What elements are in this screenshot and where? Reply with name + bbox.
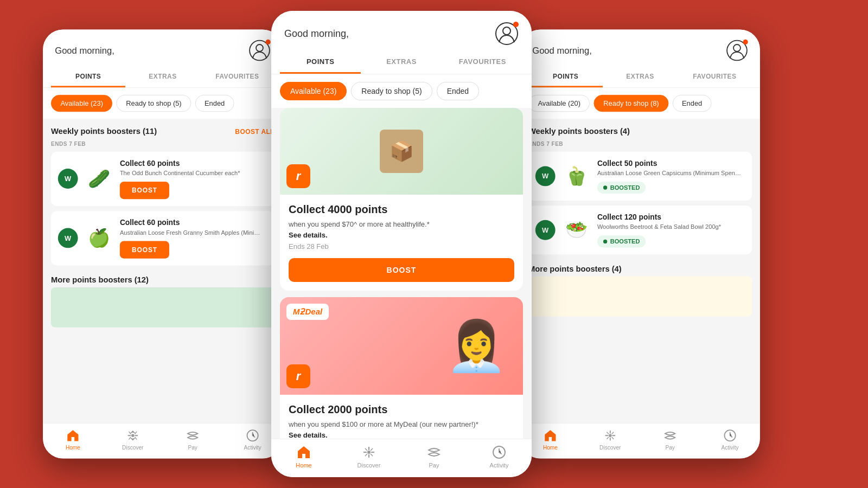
pill-ready-center[interactable]: Ready to shop (5) — [351, 82, 432, 100]
card-title-cucumber: Collect 60 points — [120, 159, 267, 168]
boost-btn-healthylife[interactable]: BOOST — [289, 258, 514, 282]
svg-point-1 — [256, 44, 263, 52]
booster-card-apples: W 🍏 Collect 60 points Australian Loose F… — [51, 211, 275, 265]
svg-text:W: W — [65, 175, 72, 183]
healthylife-card: 📦 r Collect 4000 points when you spend $… — [280, 108, 523, 291]
card-title-salad: Collect 120 points — [597, 213, 745, 221]
card-desc-salad: Woolworths Beetroot & Feta Salad Bowl 20… — [597, 223, 745, 231]
pill-ready-right[interactable]: Ready to shop (8) — [594, 95, 668, 112]
ends-label-left: ENDS 7 FEB — [51, 140, 275, 152]
nav-activity-label-right: Activity — [722, 445, 739, 451]
mydeal-person-emoji: 👩‍💼 — [446, 322, 507, 370]
svg-point-10 — [367, 451, 371, 454]
nav-home-left[interactable]: Home — [43, 428, 103, 450]
activity-icon-left — [246, 428, 260, 442]
capsicum-img: 🫑 — [561, 159, 591, 194]
woolworths-logo-3: W — [535, 166, 556, 186]
discover-icon-right — [603, 428, 617, 442]
nav-discover-right[interactable]: Discover — [580, 428, 640, 450]
nav-pay-center[interactable]: Pay — [401, 445, 467, 468]
pill-ready-left[interactable]: Ready to shop (5) — [117, 95, 191, 112]
tab-extras-left[interactable]: EXTRAS — [125, 66, 200, 87]
weekly-title-left: Weekly points boosters (11) — [51, 127, 157, 136]
tab-points-left[interactable]: POINTS — [51, 66, 125, 87]
greeting-left: Good morning, — [55, 45, 114, 55]
content-center: 📦 r Collect 4000 points when you spend $… — [271, 108, 532, 439]
tab-favourites-center[interactable]: FAVOURITES — [442, 51, 523, 74]
notification-dot-left — [266, 40, 271, 44]
mydeal-card: MƻDeal 👩‍💼 r Collect 2000 points when yo… — [280, 297, 523, 439]
nav-discover-left[interactable]: Discover — [103, 428, 163, 450]
booster-card-salad: W 🥗 Collect 120 points Woolworths Beetro… — [528, 206, 752, 254]
svg-point-6 — [131, 434, 135, 438]
notification-dot-center — [513, 22, 519, 27]
pill-ended-left[interactable]: Ended — [195, 95, 234, 112]
pill-ended-right[interactable]: Ended — [672, 95, 711, 112]
booster-card-capsicum: W 🫑 Collect 50 points Australian Loose G… — [528, 152, 752, 201]
nav-pay-label-center: Pay — [429, 462, 439, 468]
card-title-capsicum: Collect 50 points — [597, 159, 745, 168]
phone-center: Good morning, POINTS EXTRAS FAVOURITES — [271, 11, 532, 477]
avatar-right[interactable] — [726, 40, 748, 61]
avatar-left[interactable] — [248, 40, 270, 61]
tab-points-right[interactable]: POINTS — [528, 66, 603, 87]
tab-favourites-right[interactable]: FAVOURITES — [678, 66, 752, 87]
tab-extras-center[interactable]: EXTRAS — [361, 51, 442, 74]
boost-btn-cucumber[interactable]: BOOST — [120, 182, 169, 199]
pill-available-right[interactable]: Available (20) — [528, 95, 590, 112]
nav-pay-left[interactable]: Pay — [163, 428, 222, 450]
r-logo-mydeal: r — [286, 364, 310, 388]
svg-point-18 — [609, 434, 612, 438]
greeting-center: Good morning, — [284, 28, 349, 40]
nav-home-center[interactable]: Home — [271, 445, 336, 468]
nav-home-label-right: Home — [543, 445, 558, 451]
boosted-dot-capsicum — [603, 185, 607, 189]
activity-icon-center — [492, 445, 507, 460]
pill-available-center[interactable]: Available (23) — [280, 82, 347, 100]
card-body-cucumber: Collect 60 points The Odd Bunch Continen… — [120, 159, 267, 199]
pill-available-left[interactable]: Available (23) — [51, 95, 112, 112]
tab-points-center[interactable]: POINTS — [280, 51, 361, 74]
tabs-left: POINTS EXTRAS FAVOURITES — [43, 66, 283, 88]
section-header-weekly-left: Weekly points boosters (11) BOOST ALL — [51, 119, 275, 140]
boost-all-left[interactable]: BOOST ALL — [235, 127, 275, 135]
nav-activity-center[interactable]: Activity — [467, 445, 532, 468]
svg-point-13 — [733, 44, 741, 52]
card-body-salad: Collect 120 points Woolworths Beetroot &… — [597, 213, 745, 247]
phone-left: Good morning, POINTS EXTRAS FAVOURITES — [43, 29, 283, 458]
nav-discover-label-left: Discover — [122, 445, 143, 451]
nav-pay-right[interactable]: Pay — [640, 428, 700, 450]
mydeal-img: MƻDeal 👩‍💼 r — [280, 297, 523, 395]
weekly-title-right: Weekly points boosters (4) — [528, 127, 630, 136]
avatar-center[interactable] — [495, 22, 519, 46]
pay-icon-right — [663, 428, 677, 442]
more-boosters-header-left: More points boosters (12) — [51, 270, 275, 287]
mydeal-logo: MƻDeal — [286, 304, 329, 320]
section-header-weekly-right: Weekly points boosters (4) — [528, 119, 752, 140]
nav-activity-right[interactable]: Activity — [700, 428, 760, 450]
svg-text:W: W — [542, 226, 549, 234]
more-booster-preview-left — [51, 287, 275, 328]
tab-favourites-left[interactable]: FAVOURITES — [200, 66, 275, 87]
nav-pay-label-left: Pay — [188, 445, 197, 451]
bottom-nav-center: Home Discover Pay — [271, 439, 532, 477]
more-boosters-header-right: More points boosters (4) — [528, 260, 752, 277]
greeting-right: Good morning, — [532, 45, 592, 55]
notification-dot-right — [743, 40, 748, 44]
pill-ended-center[interactable]: Ended — [437, 82, 479, 100]
more-boosters-title-right: More points boosters (4) — [528, 265, 622, 274]
card-body-apples: Collect 60 points Australian Loose Fresh… — [120, 218, 267, 258]
card-desc-capsicum: Australian Loose Green Capsicums (Minimu… — [597, 169, 745, 177]
activity-icon-right — [723, 428, 737, 442]
nav-pay-label-right: Pay — [665, 445, 674, 451]
nav-discover-center[interactable]: Discover — [336, 445, 401, 468]
salad-img: 🥗 — [561, 213, 591, 247]
healthylife-box-img: 📦 — [380, 130, 423, 173]
phone-right: Good morning, POINTS EXTRAS FAVOURITES — [520, 29, 760, 458]
boost-btn-apples[interactable]: BOOST — [120, 241, 169, 258]
more-booster-preview-right — [528, 277, 752, 317]
home-icon-center — [296, 445, 311, 460]
nav-home-label-left: Home — [66, 445, 80, 451]
r-logo-healthylife: r — [286, 164, 310, 188]
tab-extras-right[interactable]: EXTRAS — [603, 66, 677, 87]
